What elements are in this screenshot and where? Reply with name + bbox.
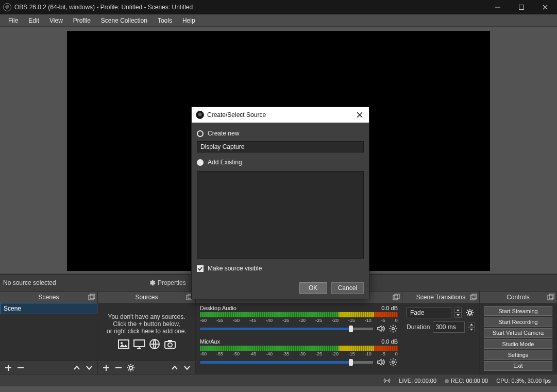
start-virtual-camera-button[interactable]: Start Virtual Camera — [484, 328, 552, 338]
sources-title: Sources — [98, 292, 195, 303]
audio-ch0-slider[interactable] — [200, 328, 373, 330]
sources-title-label: Sources — [135, 294, 158, 301]
audio-body: Desktop Audio 0.0 dB -60-55-50-45-40-35-… — [196, 303, 402, 374]
scenes-panel: Scenes Scene — [0, 292, 98, 374]
scenes-list[interactable]: Scene — [0, 303, 97, 361]
start-streaming-button[interactable]: Start Streaming — [484, 306, 552, 316]
globe-icon — [148, 338, 161, 350]
menu-help[interactable]: Help — [177, 16, 200, 25]
audio-ch1-meter — [200, 346, 398, 351]
svg-rect-20 — [470, 295, 475, 300]
transition-updown[interactable] — [454, 308, 462, 318]
titlebar: OBS 26.0.2 (64-bit, windows) - Profile: … — [0, 0, 557, 14]
duration-updown[interactable] — [468, 322, 475, 332]
svg-point-19 — [392, 361, 395, 364]
scene-remove-button[interactable] — [15, 363, 26, 373]
source-up-button[interactable] — [170, 363, 180, 373]
audio-ch0-db: 0.0 dB — [381, 305, 398, 311]
settings-button[interactable]: Settings — [484, 350, 552, 360]
image-icon — [117, 338, 130, 350]
add-existing-radio[interactable]: Add Existing — [197, 156, 364, 169]
transitions-title: Scene Transitions — [402, 292, 479, 303]
source-add-button[interactable] — [101, 363, 111, 373]
no-source-label: No source selected — [2, 279, 144, 286]
properties-label: Properties — [158, 279, 186, 286]
popout-icon[interactable] — [393, 294, 400, 301]
transition-settings-button[interactable] — [465, 308, 475, 318]
scene-up-button[interactable] — [72, 363, 82, 373]
source-name-input[interactable]: Display Capture — [197, 141, 364, 152]
scenes-footer — [0, 361, 97, 374]
svg-point-15 — [129, 366, 132, 369]
radio-icon-unselected — [197, 159, 204, 166]
dialog-title: Create/Select Source — [207, 111, 266, 118]
camera-icon — [164, 338, 176, 350]
menu-profile[interactable]: Profile — [68, 16, 96, 25]
controls-panel: Controls Start Streaming Start Recording… — [480, 292, 557, 374]
source-down-button[interactable] — [182, 363, 192, 373]
svg-point-9 — [121, 342, 123, 344]
studio-mode-button[interactable]: Studio Mode — [484, 339, 552, 349]
popout-icon[interactable] — [88, 294, 95, 301]
gear-icon[interactable] — [389, 357, 398, 367]
controls-title: Controls — [480, 292, 556, 303]
monitor-icon — [133, 338, 145, 350]
gear-icon[interactable] — [389, 324, 398, 333]
minimize-button[interactable] — [486, 0, 510, 14]
dialog-titlebar: Create/Select Source — [192, 107, 369, 123]
svg-rect-17 — [395, 294, 399, 299]
duration-input[interactable]: 300 ms — [433, 321, 465, 333]
scene-item[interactable]: Scene — [0, 303, 97, 314]
menu-tools[interactable]: Tools — [153, 16, 177, 25]
speaker-icon[interactable] — [376, 357, 385, 367]
ok-button[interactable]: OK — [299, 282, 327, 294]
audio-channel-mic: Mic/Aux 0.0 dB -60-55-50-45-40-35-30-25-… — [200, 338, 398, 367]
svg-rect-5 — [90, 294, 95, 299]
dialog-close-button[interactable] — [355, 112, 365, 118]
source-remove-button[interactable] — [113, 363, 124, 373]
controls-title-label: Controls — [507, 294, 530, 301]
cancel-button[interactable]: Cancel — [331, 282, 364, 294]
menu-edit[interactable]: Edit — [23, 16, 44, 25]
svg-point-18 — [392, 328, 395, 330]
menu-view[interactable]: View — [44, 16, 68, 25]
transition-select[interactable]: Fade — [407, 307, 451, 318]
broadcast-icon — [383, 377, 391, 384]
menubar: File Edit View Profile Scene Collection … — [0, 14, 557, 27]
svg-point-13 — [168, 343, 172, 347]
close-button[interactable] — [533, 0, 557, 14]
audio-ch0-name: Desktop Audio — [200, 305, 237, 311]
start-recording-button[interactable]: Start Recording — [484, 317, 552, 327]
duration-value: 300 ms — [435, 323, 455, 331]
maximize-button[interactable] — [510, 0, 533, 14]
controls-body: Start Streaming Start Recording Start Vi… — [480, 303, 556, 374]
panels-row: Scenes Scene Sources You don't have any … — [0, 292, 557, 374]
add-existing-label: Add Existing — [208, 159, 242, 166]
sources-footer — [98, 361, 195, 374]
duration-label: Duration — [407, 323, 430, 331]
menu-file[interactable]: File — [3, 16, 23, 25]
svg-rect-24 — [549, 294, 554, 299]
menu-scene-collection[interactable]: Scene Collection — [96, 16, 153, 25]
scene-add-button[interactable] — [3, 363, 13, 373]
create-new-radio[interactable]: Create new — [197, 127, 364, 140]
svg-rect-1 — [519, 5, 524, 10]
exit-button[interactable]: Exit — [484, 361, 552, 371]
svg-rect-0 — [495, 7, 500, 8]
popout-icon[interactable] — [470, 294, 477, 301]
existing-sources-list[interactable] — [197, 171, 364, 259]
svg-rect-4 — [89, 295, 93, 300]
make-visible-checkbox[interactable]: Make source visible — [197, 264, 364, 277]
popout-icon[interactable] — [547, 294, 554, 301]
source-name-value: Display Capture — [200, 143, 244, 150]
source-settings-button[interactable] — [126, 363, 136, 373]
dialog-body: Create new Display Capture Add Existing … — [192, 123, 369, 279]
sources-body[interactable]: You don't have any sources. Click the + … — [98, 303, 195, 361]
properties-button[interactable]: Properties — [144, 278, 190, 287]
scenes-title: Scenes — [0, 292, 97, 303]
statusbar: LIVE: 00:00:00 REC: 00:00:00 CPU: 0.3%, … — [0, 374, 557, 386]
scene-down-button[interactable] — [84, 363, 94, 373]
record-dot-icon — [445, 379, 449, 383]
audio-ch1-slider[interactable] — [200, 361, 373, 364]
speaker-icon[interactable] — [376, 324, 385, 333]
